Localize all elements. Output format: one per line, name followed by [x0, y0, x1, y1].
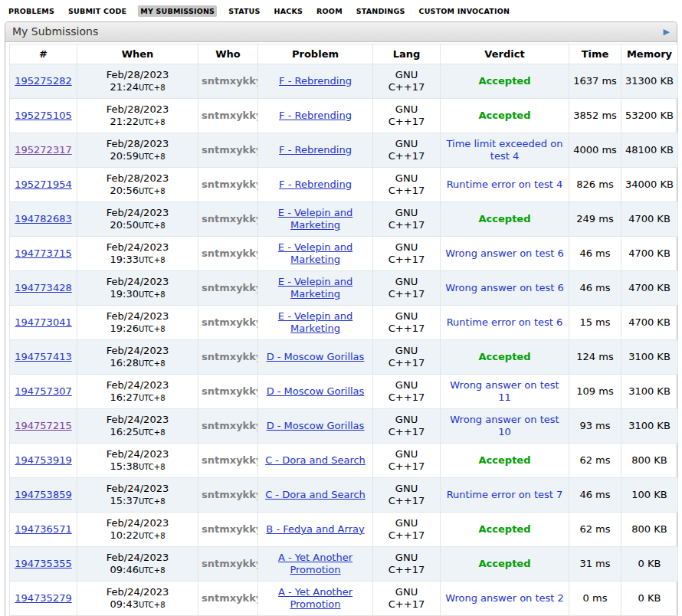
verdict-text: Wrong answer on test 10: [450, 414, 559, 437]
header-lang: Lang: [373, 44, 441, 64]
nav-item-hacks[interactable]: HACKS: [272, 5, 305, 17]
user-link[interactable]: sntmxykky: [202, 247, 258, 259]
submission-id-link[interactable]: 194735279: [15, 592, 71, 604]
who-cell: sntmxykky: [198, 271, 258, 306]
user-link[interactable]: sntmxykky: [202, 179, 258, 190]
submission-id-link[interactable]: 194735355: [15, 558, 71, 569]
submission-id-link[interactable]: 195272317: [15, 144, 71, 156]
lang-cell: GNU C++17: [373, 478, 441, 513]
who-cell: sntmxykky: [198, 168, 258, 202]
problem-link[interactable]: D - Moscow Gorillas: [267, 385, 365, 397]
problem-link[interactable]: F - Rebrending: [279, 179, 352, 190]
user-link[interactable]: sntmxykky: [202, 523, 258, 535]
nav-item-my-submissions[interactable]: MY SUBMISSIONS: [138, 5, 217, 17]
id-cell: 194757307: [10, 375, 77, 409]
table-row: 194757413 Feb/24/2023 16:28UTC+8 sntmxyk…: [10, 340, 678, 375]
submission-id-link[interactable]: 194773715: [15, 247, 71, 259]
problem-link[interactable]: E - Velepin and Marketing: [278, 310, 352, 334]
problem-link[interactable]: F - Rebrending: [279, 144, 352, 156]
header-who: Who: [198, 44, 258, 64]
user-link[interactable]: sntmxykky: [202, 282, 258, 293]
problem-link[interactable]: E - Velepin and Marketing: [278, 276, 352, 300]
lang-cell: GNU C++17: [373, 582, 441, 616]
user-link[interactable]: sntmxykky: [202, 144, 258, 156]
submission-time: 16:28: [110, 357, 138, 369]
problem-link[interactable]: E - Velepin and Marketing: [278, 207, 352, 231]
memory-cell: 4700 KB: [621, 202, 678, 237]
who-cell: sntmxykky: [198, 547, 258, 582]
user-link[interactable]: sntmxykky: [202, 110, 258, 121]
who-cell: sntmxykky: [198, 375, 258, 409]
problem-link[interactable]: D - Moscow Gorillas: [267, 351, 365, 362]
user-link[interactable]: sntmxykky: [202, 75, 258, 87]
problem-link[interactable]: C - Dora and Search: [265, 489, 366, 500]
table-row: 194753919 Feb/24/2023 15:38UTC+8 sntmxyk…: [10, 444, 678, 478]
verdict-cell: Runtime error on test 7: [441, 478, 569, 513]
submission-id-link[interactable]: 195271954: [15, 179, 71, 190]
verdict-cell: Accepted: [441, 64, 569, 99]
submission-date: Feb/28/2023: [107, 69, 169, 80]
submissions-body: 195275282 Feb/28/2023 21:24UTC+8 sntmxyk…: [10, 64, 678, 616]
verdict-cell: Wrong answer on test 11: [441, 375, 569, 409]
user-link[interactable]: sntmxykky: [202, 351, 258, 362]
problem-link[interactable]: E - Velepin and Marketing: [278, 241, 352, 265]
user-link[interactable]: sntmxykky: [202, 316, 258, 328]
submission-id-link[interactable]: 194753859: [15, 489, 71, 500]
nav-item-status[interactable]: STATUS: [226, 5, 262, 17]
user-link[interactable]: sntmxykky: [202, 592, 258, 604]
submission-id-link[interactable]: 194782683: [15, 213, 71, 224]
verdict-cell: Wrong answer on test 10: [441, 409, 569, 444]
submission-id-link[interactable]: 194757307: [15, 385, 71, 397]
submission-id-link[interactable]: 195275282: [15, 75, 71, 87]
submission-id-link[interactable]: 194757413: [15, 351, 71, 362]
verdict-cell: Accepted: [441, 444, 569, 478]
header-memory: Memory: [621, 44, 678, 64]
submission-time: 20:50: [110, 219, 138, 231]
submission-id-link[interactable]: 194757215: [15, 420, 71, 431]
submission-id-link[interactable]: 194773428: [15, 282, 71, 293]
when-cell: Feb/24/2023 20:50UTC+8: [77, 202, 198, 237]
submission-id-link[interactable]: 195275105: [15, 110, 71, 121]
memory-cell: 3100 KB: [621, 340, 678, 375]
problem-cell: D - Moscow Gorillas: [258, 340, 373, 375]
lang-label: GNU C++17: [389, 517, 425, 542]
user-link[interactable]: sntmxykky: [202, 420, 258, 431]
problem-link[interactable]: F - Rebrending: [279, 110, 352, 121]
user-link[interactable]: sntmxykky: [202, 558, 258, 569]
verdict-cell: Accepted: [441, 513, 569, 547]
timezone-label: UTC+8: [139, 428, 166, 437]
time-cell: 1637 ms: [569, 64, 621, 99]
table-row: 194773715 Feb/24/2023 19:33UTC+8 sntmxyk…: [10, 237, 678, 271]
problem-link[interactable]: D - Moscow Gorillas: [267, 420, 365, 431]
time-cell: 46 ms: [569, 478, 621, 513]
nav-item-standings[interactable]: STANDINGS: [354, 5, 408, 17]
problem-link[interactable]: B - Fedya and Array: [266, 523, 364, 535]
problem-link[interactable]: A - Yet Another Promotion: [278, 586, 352, 610]
user-link[interactable]: sntmxykky: [202, 213, 258, 224]
header-time: Time: [569, 44, 621, 64]
id-cell: 194753919: [10, 444, 77, 478]
user-link[interactable]: sntmxykky: [202, 489, 258, 500]
collapse-arrow-icon[interactable]: ▶: [664, 28, 670, 36]
submission-id-link[interactable]: 194773041: [15, 316, 71, 328]
nav-item-problems[interactable]: PROBLEMS: [6, 5, 57, 17]
table-row: 194753859 Feb/24/2023 15:37UTC+8 sntmxyk…: [10, 478, 678, 513]
nav-item-custom-invocation[interactable]: CUSTOM INVOCATION: [417, 5, 513, 17]
lang-cell: GNU C++17: [373, 513, 441, 547]
submission-date: Feb/24/2023: [107, 414, 169, 425]
problem-link[interactable]: F - Rebrending: [279, 75, 352, 87]
problem-link[interactable]: A - Yet Another Promotion: [278, 552, 352, 575]
nav-item-submit-code[interactable]: SUBMIT CODE: [66, 5, 129, 17]
nav-item-room[interactable]: ROOM: [314, 5, 345, 17]
submission-id-link[interactable]: 194753919: [15, 454, 71, 466]
verdict-cell: Wrong answer on test 2: [441, 582, 569, 616]
when-cell: Feb/28/2023 20:56UTC+8: [77, 168, 198, 202]
user-link[interactable]: sntmxykky: [202, 454, 258, 466]
submission-date: Feb/24/2023: [107, 310, 169, 322]
panel-caption: My Submissions ▶: [5, 22, 677, 42]
submission-id-link[interactable]: 194736571: [15, 523, 71, 535]
submission-date: Feb/24/2023: [107, 448, 169, 460]
submissions-table: # When Who Problem Lang Verdict Time Mem…: [9, 44, 678, 616]
problem-link[interactable]: C - Dora and Search: [265, 454, 366, 466]
user-link[interactable]: sntmxykky: [202, 385, 258, 397]
